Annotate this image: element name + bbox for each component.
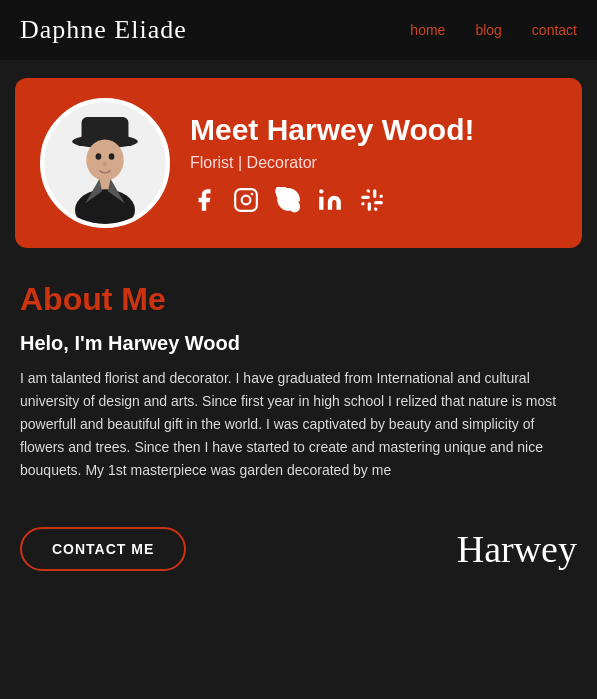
nav: home blog contact [410,22,577,38]
logo: Daphne Eliade [20,15,187,45]
bottom-row: CONTACT ME Harwey [0,527,597,591]
svg-point-10 [103,162,107,167]
social-icons [190,186,557,214]
about-subtitle: Helo, I'm Harwey Wood [20,332,577,355]
svg-rect-2 [82,117,129,143]
nav-home[interactable]: home [410,22,445,38]
about-title: About Me [20,281,577,318]
nav-contact[interactable]: contact [532,22,577,38]
skype-icon[interactable] [274,186,302,214]
svg-point-3 [86,140,124,181]
svg-point-13 [251,193,254,196]
nav-blog[interactable]: blog [475,22,501,38]
about-body: I am talanted florist and decorator. I h… [20,367,577,482]
facebook-icon[interactable] [190,186,218,214]
hero-card: Meet Harwey Wood! Florist | Decorator [15,78,582,248]
hero-name: Meet Harwey Wood! [190,112,557,148]
linkedin-icon[interactable] [316,186,344,214]
contact-button[interactable]: CONTACT ME [20,527,186,571]
header: Daphne Eliade home blog contact [0,0,597,60]
slack-icon[interactable] [358,186,386,214]
svg-point-14 [319,189,323,193]
avatar-image [44,98,166,228]
svg-point-9 [109,153,115,160]
avatar [40,98,170,228]
hero-info: Meet Harwey Wood! Florist | Decorator [190,112,557,214]
svg-point-12 [242,196,251,205]
signature: Harwey [457,527,577,571]
avatar-container [40,98,170,228]
svg-point-8 [96,153,102,160]
about-section: About Me Helo, I'm Harwey Wood I am tala… [0,266,597,527]
instagram-icon[interactable] [232,186,260,214]
svg-rect-11 [235,189,257,211]
hero-title: Florist | Decorator [190,154,557,172]
